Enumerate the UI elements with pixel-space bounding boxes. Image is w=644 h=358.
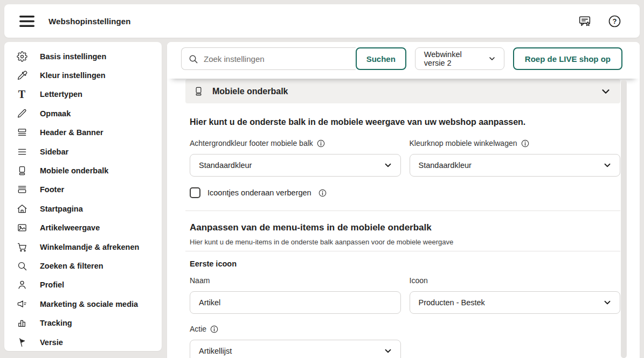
sidebar-item-zoeken-filteren[interactable]: Zoeken & filteren bbox=[4, 256, 162, 275]
section-header-mobiele-onderbalk[interactable]: Mobiele onderbalk bbox=[185, 79, 620, 103]
bg-color-field: Achtergrondkleur footer mobiele balk Sta… bbox=[190, 139, 401, 177]
sidebar-item-sidebar[interactable]: Sidebar bbox=[4, 142, 162, 161]
top-header: Webshopinstellingen ? bbox=[4, 4, 640, 38]
chevron-down-icon bbox=[600, 86, 612, 97]
name-input[interactable] bbox=[190, 291, 401, 314]
sidebar-item-header-banner[interactable]: Header & Banner bbox=[4, 123, 162, 142]
sidebar-item-mobiele-onderbalk[interactable]: Mobiele onderbalk bbox=[4, 161, 162, 180]
sidebar-item-label: Tracking bbox=[40, 319, 72, 327]
live-shop-button[interactable]: Roep de LIVE shop op bbox=[513, 47, 622, 70]
chevron-down-icon bbox=[383, 160, 393, 170]
chevron-down-icon bbox=[488, 54, 496, 63]
chevron-down-icon bbox=[383, 346, 393, 356]
svg-text:?: ? bbox=[613, 17, 617, 25]
name-label: Naam bbox=[190, 276, 401, 285]
select-value: Standaardkleur bbox=[419, 161, 472, 170]
version-select[interactable]: Webwinkel versie 2 bbox=[415, 47, 504, 70]
field-label-text: Naam bbox=[190, 276, 210, 285]
first-icon-row: Naam Icoon Producten - Bestek bbox=[190, 276, 620, 314]
feedback-icon[interactable] bbox=[578, 15, 592, 28]
info-icon[interactable] bbox=[210, 325, 218, 333]
field-label-text: Achtergrondkleur footer mobiele balk bbox=[190, 139, 313, 148]
search-icon bbox=[16, 261, 27, 271]
divider bbox=[185, 251, 620, 251]
action-row: Actie Artikellijst bbox=[190, 325, 620, 358]
name-field: Naam bbox=[190, 276, 401, 314]
search-group: Suchen bbox=[181, 47, 406, 70]
topbar-actions: ? bbox=[578, 15, 626, 28]
page-title: Webshopinstellingen bbox=[49, 17, 130, 26]
sidebar-item-label: Footer bbox=[40, 185, 64, 194]
pencil-icon bbox=[16, 108, 27, 119]
sidebar-item-label: Versie bbox=[40, 338, 63, 347]
settings-content: Mobiele onderbalk Hier kunt u de onderst… bbox=[167, 79, 640, 358]
info-icon[interactable] bbox=[317, 139, 325, 148]
menu-icon[interactable] bbox=[18, 13, 36, 29]
scrollbar[interactable] bbox=[621, 80, 627, 358]
sidebar-item-artikelweergave[interactable]: Artikelweergave bbox=[4, 219, 162, 237]
divider bbox=[185, 210, 620, 211]
bg-color-label: Achtergrondkleur footer mobiele balk bbox=[190, 139, 401, 148]
sidebar-item-profiel[interactable]: Profiel bbox=[4, 276, 162, 294]
sidebar-item-marketing-sociale-media[interactable]: Marketing & sociale media bbox=[4, 294, 162, 313]
search-field bbox=[181, 47, 356, 70]
sidebar-item-label: Sidebar bbox=[40, 148, 68, 156]
sidebar-item-winkelmandje-afrekenen[interactable]: Winkelmandje & afrekenen bbox=[4, 237, 162, 256]
typography-icon: T bbox=[16, 89, 27, 100]
bar-chart-icon bbox=[16, 318, 27, 328]
lines-icon bbox=[16, 146, 27, 157]
sidebar-item-opmaak[interactable]: Opmaak bbox=[4, 104, 162, 123]
action-label: Actie bbox=[190, 325, 401, 333]
sidebar-item-label: Profiel bbox=[40, 280, 64, 289]
bg-color-select[interactable]: Standaardkleur bbox=[190, 154, 401, 177]
help-icon[interactable]: ? bbox=[608, 15, 621, 28]
hide-icons-label: Icoontjes onderaan verbergen bbox=[207, 188, 311, 197]
sidebar-item-basis-instellingen[interactable]: Basis instellingen bbox=[4, 47, 162, 66]
menu-items-heading: Aanpassen van de menu-items in de mobiel… bbox=[190, 222, 620, 233]
sidebar-item-label: Marketing & sociale media bbox=[40, 300, 138, 308]
cart-color-field: Kleurknop mobiele winkelwagen Standaardk… bbox=[410, 139, 621, 177]
header-banner-icon bbox=[16, 127, 27, 138]
home-icon bbox=[16, 203, 27, 214]
icon-label: Icoon bbox=[410, 276, 621, 285]
color-picker-icon bbox=[16, 70, 27, 81]
hide-icons-checkbox[interactable] bbox=[190, 187, 200, 198]
main-layout: Basis instellingen Kleur instellingen T … bbox=[4, 42, 640, 358]
mobile-bottombar-icon bbox=[16, 165, 27, 176]
settings-toolbar: Suchen Webwinkel versie 2 Roep de LIVE s… bbox=[167, 42, 640, 79]
image-icon bbox=[16, 222, 27, 233]
sidebar-item-label: Header & Banner bbox=[40, 128, 103, 137]
field-label-text: Icoon bbox=[410, 276, 428, 285]
cart-color-select[interactable]: Standaardkleur bbox=[410, 154, 621, 177]
icon-select[interactable]: Producten - Bestek bbox=[410, 291, 621, 314]
sidebar-item-kleur-instellingen[interactable]: Kleur instellingen bbox=[4, 66, 162, 85]
icon-field: Icoon Producten - Bestek bbox=[410, 276, 621, 314]
megaphone-icon bbox=[16, 299, 27, 310]
search-icon bbox=[188, 54, 198, 64]
sidebar-item-lettertypen[interactable]: T Lettertypen bbox=[4, 85, 162, 104]
select-value: Standaardkleur bbox=[199, 161, 252, 170]
sidebar-item-startpagina[interactable]: Startpagina bbox=[4, 199, 162, 218]
select-value: Producten - Bestek bbox=[419, 298, 485, 307]
field-label-text: Actie bbox=[190, 325, 206, 333]
info-icon[interactable] bbox=[318, 189, 327, 197]
field-label-text: Kleurknop mobiele winkelwagen bbox=[410, 139, 517, 148]
main-panel: Suchen Webwinkel versie 2 Roep de LIVE s… bbox=[167, 42, 640, 358]
sidebar-item-label: Kleur instellingen bbox=[40, 71, 106, 80]
hide-icons-row: Icoontjes onderaan verbergen bbox=[190, 187, 620, 198]
search-input[interactable] bbox=[204, 54, 349, 64]
color-settings-row: Achtergrondkleur footer mobiele balk Sta… bbox=[190, 139, 620, 177]
search-button[interactable]: Suchen bbox=[356, 47, 406, 70]
person-icon bbox=[16, 279, 27, 290]
sidebar-item-label: Lettertypen bbox=[40, 90, 82, 99]
cart-icon bbox=[16, 242, 27, 252]
footer-icon bbox=[16, 184, 27, 195]
sidebar-item-footer[interactable]: Footer bbox=[4, 180, 162, 199]
chevron-down-icon bbox=[603, 160, 612, 170]
action-select[interactable]: Artikellijst bbox=[190, 340, 401, 358]
info-icon[interactable] bbox=[521, 139, 529, 148]
chevron-down-icon bbox=[603, 298, 612, 307]
sidebar-item-label: Basis instellingen bbox=[40, 52, 106, 61]
sidebar-item-tracking[interactable]: Tracking bbox=[4, 313, 162, 332]
sidebar-item-versie[interactable]: Versie bbox=[4, 333, 162, 352]
